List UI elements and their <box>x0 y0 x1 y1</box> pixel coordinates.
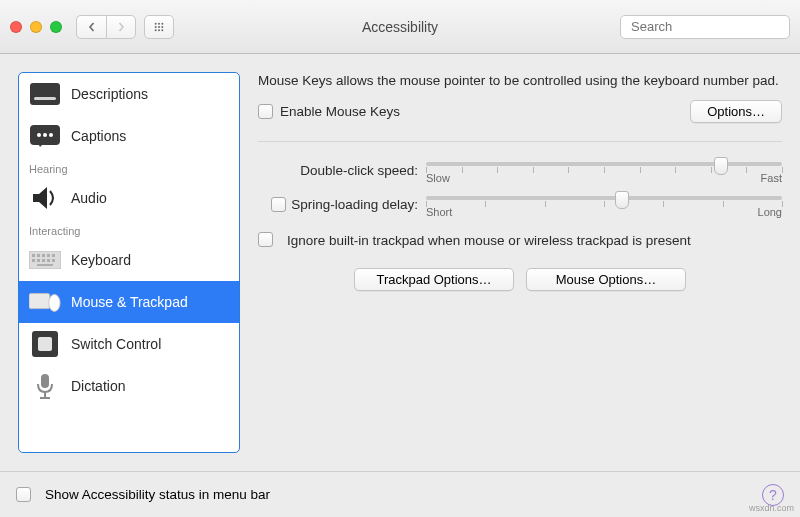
chevron-left-icon <box>87 22 97 32</box>
category-sidebar[interactable]: Descriptions Captions Hearing Audio Inte… <box>18 72 240 453</box>
captions-icon <box>29 122 61 150</box>
divider <box>258 141 782 142</box>
sidebar-item-mouse-trackpad[interactable]: Mouse & Trackpad <box>19 281 239 323</box>
svg-point-1 <box>158 22 160 24</box>
enable-mouse-keys-checkbox[interactable] <box>258 104 273 119</box>
show-all-button[interactable] <box>144 15 174 39</box>
svg-rect-26 <box>37 259 40 262</box>
watermark: wsxdn.com <box>749 503 794 513</box>
double-click-speed-label: Double-click speed: <box>258 163 418 178</box>
slider-thumb[interactable] <box>714 157 728 175</box>
svg-rect-30 <box>37 264 53 266</box>
svg-rect-23 <box>47 254 50 257</box>
enable-mouse-keys-label: Enable Mouse Keys <box>280 104 400 119</box>
svg-rect-34 <box>38 337 52 351</box>
search-input[interactable] <box>631 19 799 34</box>
detail-panel: Mouse Keys allows the mouse pointer to b… <box>258 72 782 453</box>
svg-rect-29 <box>52 259 55 262</box>
descriptions-icon <box>29 80 61 108</box>
switch-control-icon <box>29 330 61 358</box>
svg-point-3 <box>155 26 157 28</box>
svg-rect-27 <box>42 259 45 262</box>
svg-point-15 <box>43 133 47 137</box>
sidebar-item-label: Descriptions <box>71 86 148 102</box>
show-status-label: Show Accessibility status in menu bar <box>45 487 270 502</box>
sidebar-item-label: Dictation <box>71 378 125 394</box>
svg-point-7 <box>158 29 160 31</box>
nav-buttons <box>76 15 174 39</box>
sidebar-item-label: Switch Control <box>71 336 161 352</box>
svg-rect-11 <box>30 83 60 105</box>
svg-point-32 <box>49 294 60 311</box>
zoom-window-button[interactable] <box>50 21 62 33</box>
spring-loading-delay-slider[interactable]: Short Long <box>426 190 782 218</box>
svg-point-16 <box>49 133 53 137</box>
svg-rect-22 <box>42 254 45 257</box>
grid-icon <box>154 22 164 32</box>
spring-loading-delay-label: Spring-loading delay: <box>258 197 418 212</box>
sidebar-item-captions[interactable]: Captions <box>19 115 239 157</box>
forward-button[interactable] <box>106 15 136 39</box>
window-toolbar: Accessibility <box>0 0 800 54</box>
sidebar-item-keyboard[interactable]: Keyboard <box>19 239 239 281</box>
svg-rect-24 <box>52 254 55 257</box>
trackpad-options-button[interactable]: Trackpad Options… <box>354 268 514 291</box>
ignore-trackpad-checkbox[interactable] <box>258 232 273 247</box>
svg-rect-25 <box>32 259 35 262</box>
sidebar-item-label: Mouse & Trackpad <box>71 294 188 310</box>
chevron-right-icon <box>116 22 126 32</box>
svg-rect-12 <box>34 97 56 100</box>
mouse-keys-options-button[interactable]: Options… <box>690 100 782 123</box>
mouse-trackpad-icon <box>29 288 61 316</box>
footer-bar: Show Accessibility status in menu bar ? <box>0 471 800 517</box>
search-field[interactable] <box>620 15 790 39</box>
content-area: Descriptions Captions Hearing Audio Inte… <box>0 54 800 471</box>
sidebar-item-switch-control[interactable]: Switch Control <box>19 323 239 365</box>
double-click-speed-slider[interactable]: Slow Fast <box>426 156 782 184</box>
panel-description: Mouse Keys allows the mouse pointer to b… <box>258 72 782 90</box>
svg-rect-21 <box>37 254 40 257</box>
spring-loading-checkbox[interactable] <box>271 197 286 212</box>
back-button[interactable] <box>76 15 106 39</box>
svg-point-14 <box>37 133 41 137</box>
double-click-speed-row: Double-click speed: Slow Fast <box>258 156 782 184</box>
sidebar-item-label: Audio <box>71 190 107 206</box>
sidebar-heading-hearing: Hearing <box>19 157 239 177</box>
svg-rect-28 <box>47 259 50 262</box>
ignore-trackpad-label: Ignore built-in trackpad when mouse or w… <box>287 232 691 250</box>
close-window-button[interactable] <box>10 21 22 33</box>
sidebar-item-dictation[interactable]: Dictation <box>19 365 239 407</box>
minimize-window-button[interactable] <box>30 21 42 33</box>
svg-point-2 <box>161 22 163 24</box>
sidebar-item-audio[interactable]: Audio <box>19 177 239 219</box>
svg-point-5 <box>161 26 163 28</box>
sidebar-item-label: Captions <box>71 128 126 144</box>
svg-marker-18 <box>33 187 47 209</box>
sidebar-heading-interacting: Interacting <box>19 219 239 239</box>
bottom-button-row: Trackpad Options… Mouse Options… <box>258 268 782 291</box>
enable-mouse-keys-row: Enable Mouse Keys Options… <box>258 100 782 123</box>
sidebar-item-label: Keyboard <box>71 252 131 268</box>
svg-point-8 <box>161 29 163 31</box>
keyboard-icon <box>29 246 61 274</box>
spring-loading-delay-row: Spring-loading delay: Short Long <box>258 190 782 218</box>
show-status-checkbox[interactable] <box>16 487 31 502</box>
mouse-options-button[interactable]: Mouse Options… <box>526 268 686 291</box>
ignore-trackpad-row: Ignore built-in trackpad when mouse or w… <box>258 232 782 250</box>
audio-icon <box>29 184 61 212</box>
slider-thumb[interactable] <box>615 191 629 209</box>
svg-point-4 <box>158 26 160 28</box>
sidebar-item-descriptions[interactable]: Descriptions <box>19 73 239 115</box>
svg-point-6 <box>155 29 157 31</box>
dictation-icon <box>29 372 61 400</box>
traffic-lights <box>10 21 62 33</box>
svg-rect-35 <box>41 374 49 388</box>
svg-rect-20 <box>32 254 35 257</box>
svg-rect-31 <box>29 294 50 309</box>
svg-point-0 <box>155 22 157 24</box>
